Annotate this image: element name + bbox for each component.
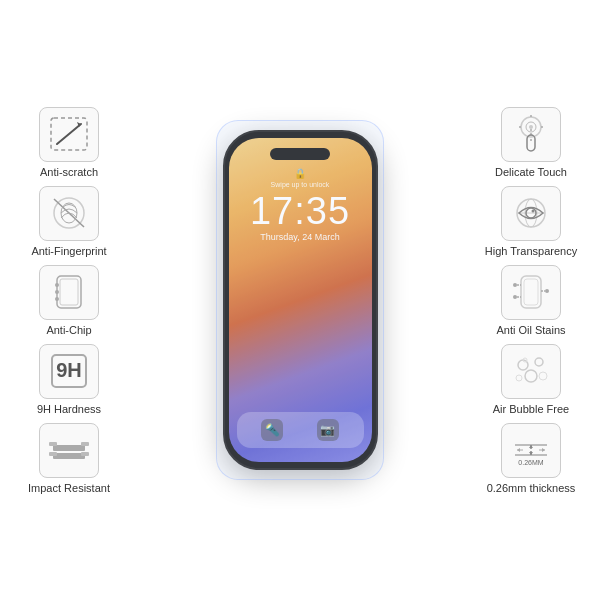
feature-anti-scratch: Anti-scratch: [8, 107, 130, 178]
feature-anti-oil: Anti Oil Stains: [470, 265, 592, 336]
anti-oil-icon: [501, 265, 561, 320]
right-features-panel: Delicate Touch High Transparency: [470, 107, 600, 494]
svg-point-42: [535, 358, 543, 366]
high-transparency-label: High Transparency: [485, 245, 577, 257]
svg-rect-7: [60, 279, 78, 305]
svg-point-39: [513, 283, 517, 287]
impact-resistant-label: Impact Resistant: [28, 482, 110, 494]
9h-hardness-icon: 9H: [39, 344, 99, 399]
svg-point-40: [513, 295, 517, 299]
svg-rect-6: [57, 276, 81, 308]
impact-resistant-icon: [39, 423, 99, 478]
svg-point-45: [539, 372, 547, 380]
high-transparency-icon: [501, 186, 561, 241]
anti-fingerprint-icon: [39, 186, 99, 241]
feature-delicate-touch: Delicate Touch: [470, 107, 592, 178]
svg-point-43: [525, 370, 537, 382]
9h-hardness-label: 9H Hardness: [37, 403, 101, 415]
feature-9h-hardness: 9H 9H Hardness: [8, 344, 130, 415]
thickness-label: 0.26mm thickness: [487, 482, 576, 494]
feature-high-transparency: High Transparency: [470, 186, 592, 257]
svg-rect-13: [53, 445, 85, 451]
main-container: Anti-scratch Anti-Fingerprint: [0, 0, 600, 600]
svg-text:9H: 9H: [56, 359, 82, 381]
svg-point-9: [55, 290, 59, 294]
svg-rect-34: [524, 279, 538, 305]
svg-point-38: [545, 289, 549, 293]
svg-point-32: [532, 210, 535, 213]
feature-anti-fingerprint: Anti-Fingerprint: [8, 186, 130, 257]
svg-text:0.26MM: 0.26MM: [518, 459, 543, 466]
anti-scratch-label: Anti-scratch: [40, 166, 98, 178]
svg-rect-16: [81, 442, 89, 446]
svg-rect-14: [53, 453, 85, 459]
svg-line-1: [57, 124, 81, 144]
svg-point-27: [529, 125, 533, 129]
thickness-icon: 0.26MM: [501, 423, 561, 478]
air-bubble-icon: [501, 344, 561, 399]
svg-rect-15: [49, 442, 57, 446]
svg-marker-54: [517, 448, 520, 452]
delicate-touch-label: Delicate Touch: [495, 166, 567, 178]
delicate-touch-icon: [501, 107, 561, 162]
screen-protector: [216, 120, 384, 480]
feature-impact-resistant: Impact Resistant: [8, 423, 130, 494]
air-bubble-label: Air Bubble Free: [493, 403, 569, 415]
anti-scratch-icon: [39, 107, 99, 162]
svg-point-8: [55, 283, 59, 287]
svg-point-44: [516, 375, 522, 381]
svg-rect-17: [49, 452, 57, 456]
svg-rect-18: [81, 452, 89, 456]
feature-thickness: 0.26MM 0.26mm thickness: [470, 423, 592, 494]
anti-fingerprint-label: Anti-Fingerprint: [31, 245, 106, 257]
phone-wrapper: 🔒 Swipe up to unlock 17:35 Thursday, 24 …: [130, 130, 470, 470]
anti-chip-icon: [39, 265, 99, 320]
anti-oil-label: Anti Oil Stains: [496, 324, 565, 336]
left-features-panel: Anti-scratch Anti-Fingerprint: [0, 107, 130, 494]
anti-chip-label: Anti-Chip: [46, 324, 91, 336]
svg-point-10: [55, 297, 59, 301]
feature-anti-chip: Anti-Chip: [8, 265, 130, 336]
feature-air-bubble: Air Bubble Free: [470, 344, 592, 415]
svg-marker-56: [542, 448, 545, 452]
